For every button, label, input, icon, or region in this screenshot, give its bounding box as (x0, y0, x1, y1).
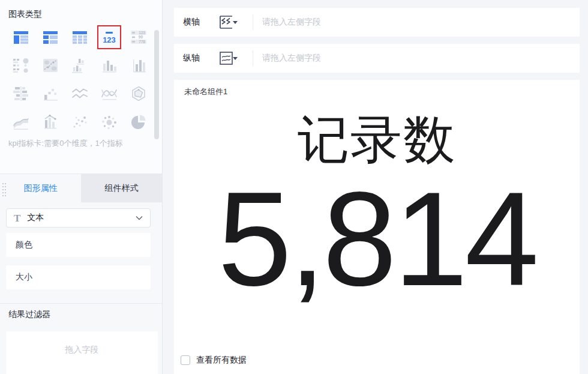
chart-type-curve-cross[interactable] (100, 85, 118, 103)
combo-chart-icon (41, 113, 59, 131)
chart-type-map[interactable] (41, 56, 59, 74)
svg-text:90: 90 (139, 35, 143, 39)
filter-dropzone[interactable]: 拖入字段 (6, 331, 158, 374)
color-setting-label: 颜色 (16, 240, 32, 250)
axis-bar-icon (130, 56, 148, 74)
tab-graphic-properties[interactable]: 图形属性 (0, 174, 81, 202)
chart-type-bar[interactable] (100, 56, 118, 74)
chart-type-multi-series-bar[interactable] (71, 56, 89, 74)
gauge-card-icon (12, 56, 30, 74)
kpi-metric-value: 5,814 (174, 172, 580, 306)
chart-type-grouped-table[interactable] (12, 28, 30, 46)
chart-type-bubble[interactable] (100, 113, 118, 131)
detail-table-icon (71, 28, 89, 46)
chart-types-scrollbar[interactable] (154, 30, 159, 139)
chart-type-scatter[interactable] (71, 113, 89, 131)
svg-text:123: 123 (139, 31, 145, 35)
chart-type-radar[interactable] (130, 85, 148, 103)
component-title: 未命名组件1 (184, 86, 227, 97)
kpi-metric-label: 记录数 (174, 107, 580, 172)
horizontal-axis-placeholder[interactable]: 请拖入左侧字段 (262, 17, 321, 28)
view-all-label: 查看所有数据 (196, 355, 247, 366)
map-icon (41, 56, 59, 74)
chart-type-text-indicator-card[interactable]: 123 90 778 (130, 28, 148, 46)
size-setting-label: 大小 (16, 272, 32, 283)
filter-dropzone-placeholder: 拖入字段 (65, 345, 99, 354)
scatter-icon (71, 113, 89, 131)
line-chart-icon (71, 85, 89, 103)
view-all-checkbox[interactable] (181, 355, 190, 365)
svg-text:778: 778 (139, 40, 145, 44)
chart-type-kpi-indicator-card[interactable]: 123 (100, 28, 118, 46)
step-scatter-icon (41, 85, 59, 103)
bar-chart-icon (100, 56, 118, 74)
horizontal-axis-row: 横轴 请拖入左侧字段 (174, 8, 580, 37)
caret-down-icon[interactable] (233, 57, 238, 60)
chart-type-description: kpi指标卡:需要0个维度，1个指标 (0, 131, 162, 149)
tab-component-style[interactable]: 组件样式 (81, 174, 162, 202)
chart-type-horizontal-bar[interactable] (12, 85, 30, 103)
vertical-axis-placeholder[interactable]: 请拖入左侧字段 (262, 53, 321, 64)
bi-chart-editor: 图表类型 (0, 0, 588, 374)
divider (253, 14, 253, 30)
vertical-axis-row: 纵轴 请拖入左侧字段 (174, 44, 580, 73)
kpi-card-icon: 123 (100, 28, 118, 46)
panel-drag-handle-icon[interactable] (2, 183, 4, 184)
pie-icon (130, 113, 148, 131)
horizontal-axis-label: 横轴 (183, 17, 200, 28)
chart-type-step-scatter[interactable] (41, 85, 59, 103)
text-attribute-label: 文本 (27, 213, 44, 223)
divider (253, 50, 253, 66)
chart-config-panel: 图表类型 (0, 0, 163, 374)
result-filter-section: 结果过滤器 拖入字段 (0, 303, 162, 374)
panel-tabs: 图形属性 组件样式 (0, 173, 162, 202)
curve-cross-icon (100, 85, 118, 103)
chart-type-line[interactable] (71, 85, 89, 103)
chart-type-detail-table[interactable] (71, 28, 89, 46)
kpi-indicator: 记录数 5,814 (174, 80, 580, 306)
chart-type-gauge-card[interactable] (12, 56, 30, 74)
size-setting-card[interactable]: 大小 (6, 265, 151, 289)
chart-type-area[interactable] (12, 113, 30, 131)
view-all-data-row[interactable]: 查看所有数据 (181, 355, 247, 366)
chart-type-pie[interactable] (130, 113, 148, 131)
bubble-icon (100, 113, 118, 131)
chart-types-title: 图表类型 (0, 0, 162, 20)
text-T-icon: T (14, 213, 20, 223)
svg-text:123: 123 (103, 35, 116, 44)
chart-type-combo[interactable] (41, 113, 59, 131)
tab-label: 图形属性 (24, 183, 58, 194)
chart-type-compare-table[interactable] (41, 28, 59, 46)
radar-icon (130, 85, 148, 103)
graphic-properties-section: T 文本 颜色 大小 (0, 208, 162, 303)
chart-type-axis-bar[interactable] (130, 56, 148, 74)
chart-type-section: 图表类型 (0, 0, 162, 173)
chart-type-grid: 123 123 90 778 (0, 20, 162, 131)
compare-table-icon (41, 28, 59, 46)
horizontal-bar-icon (12, 85, 30, 103)
chevron-down-icon (136, 216, 143, 220)
result-filter-title: 结果过滤器 (0, 304, 162, 320)
vertical-axis-label: 纵轴 (183, 53, 200, 64)
grouped-table-icon (12, 28, 30, 46)
text-card-icon: 123 90 778 (130, 28, 148, 46)
editor-main-area: 横轴 请拖入左侧字段 纵轴 (163, 0, 588, 374)
tab-label: 组件样式 (105, 183, 139, 194)
color-setting-card[interactable]: 颜色 (6, 233, 151, 257)
caret-down-icon[interactable] (233, 21, 238, 24)
text-attribute-select[interactable]: T 文本 (6, 208, 151, 228)
multi-bar-icon (71, 56, 89, 74)
area-chart-icon (12, 113, 30, 131)
component-canvas[interactable]: 未命名组件1 记录数 5,814 查看所有数据 (174, 80, 580, 374)
